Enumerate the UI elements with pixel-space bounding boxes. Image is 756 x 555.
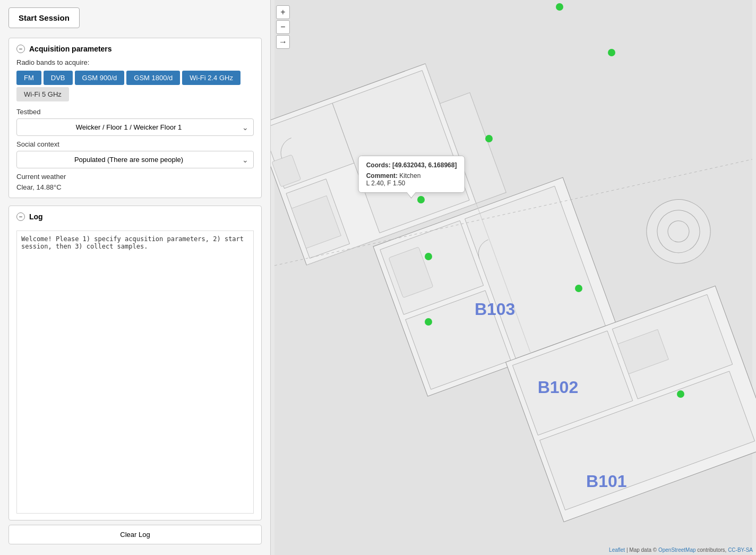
radio-bands-label: Radio bands to acquire: [16,58,254,66]
left-panel: Start Session − Acquisition parameters R… [0,0,271,555]
log-textarea[interactable]: Welcome! Please 1) specify acqusition pa… [16,230,254,514]
map-dot-3[interactable] [485,135,493,142]
social-context-select[interactable]: Populated (There are some people) [16,151,254,168]
leaflet-link[interactable]: Leaflet [609,547,625,553]
social-context-dropdown-wrapper: Populated (There are some people) ⌄ [16,151,254,168]
log-header: − Log [16,212,254,221]
map-dot-1[interactable] [556,3,563,11]
acquisition-header: − Acquisition parameters [16,45,254,53]
weather-label: Current weather [16,173,254,181]
clear-log-button[interactable]: Clear Log [8,525,262,544]
ccbysa-link[interactable]: CC-BY-SA [728,547,753,553]
testbed-select[interactable]: Weicker / Floor 1 / Weicker Floor 1 [16,118,254,136]
map-dot-5[interactable] [425,253,432,260]
acquisition-section: − Acquisition parameters Radio bands to … [8,38,262,198]
social-context-label: Social context [16,140,254,148]
attribution-text: | Map data © [626,547,658,553]
floor-plan-svg [271,0,756,555]
map-dot-4[interactable] [417,196,425,203]
band-fm[interactable]: FM [16,71,41,85]
popup-coords-value: [49.632043, 6.168968] [392,161,457,169]
map-area: + − → Coords: [49.632043, 6.168968] Comm… [271,0,756,555]
osm-link[interactable]: OpenStreetMap [658,547,696,553]
band-dvb[interactable]: DVB [44,71,73,85]
popup-extra: L 2.40, F 1.50 [366,180,406,187]
zoom-out-button[interactable]: − [276,20,290,34]
radio-bands-group: FM DVB GSM 900/d GSM 1800/d Wi-Fi 2.4 GH… [16,71,254,101]
popup-comment-label: Comment: [366,172,398,180]
map-dot-2[interactable] [608,49,615,56]
testbed-dropdown-wrapper: Weicker / Floor 1 / Weicker Floor 1 ⌄ [16,118,254,136]
map-popup: Coords: [49.632043, 6.168968] Comment: K… [358,156,465,193]
band-wifi5[interactable]: Wi-Fi 5 GHz [16,87,69,101]
acquisition-title: Acquisition parameters [29,45,112,53]
start-session-button[interactable]: Start Session [8,7,80,28]
log-section: − Log Welcome! Please 1) specify acqusit… [8,206,262,520]
map-attribution: Leaflet | Map data © OpenStreetMap contr… [609,547,753,553]
map-controls: + − → [276,5,290,49]
band-gsm1800[interactable]: GSM 1800/d [126,71,180,85]
popup-comment: Comment: Kitchen L 2.40, F 1.50 [366,172,457,187]
band-wifi24[interactable]: Wi-Fi 2.4 GHz [182,71,240,85]
zoom-in-button[interactable]: + [276,5,290,19]
popup-coords-label: Coords: [366,161,391,169]
map-dot-6[interactable] [575,285,582,292]
band-gsm900[interactable]: GSM 900/d [75,71,125,85]
attribution-contributors: contributors, [697,547,728,553]
map-dot-8[interactable] [677,390,684,398]
popup-coords: Coords: [49.632043, 6.168968] [366,161,457,169]
weather-value: Clear, 14.88°C [16,183,254,191]
acquisition-collapse-icon[interactable]: − [16,45,25,53]
navigate-button[interactable]: → [276,35,290,49]
map-dot-7[interactable] [425,318,432,326]
log-collapse-icon[interactable]: − [16,212,25,221]
testbed-label: Testbed [16,108,254,116]
log-title: Log [29,212,43,221]
